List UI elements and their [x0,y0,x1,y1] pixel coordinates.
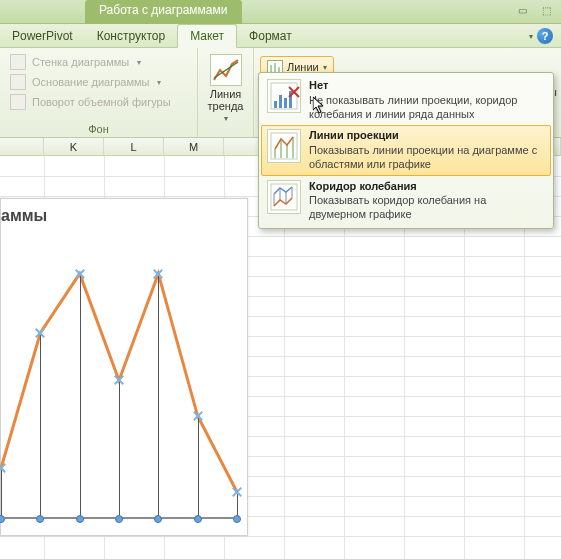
window-controls: ▭ ⬚ [513,3,555,17]
tab-powerpivot[interactable]: PowerPivot [0,25,85,47]
chevron-down-icon: ▾ [323,63,327,72]
dropdown-item-text: Нет Не показывать линии проекции, коридо… [309,79,545,121]
chart-base-button: Основание диаграммы ▾ [6,72,191,92]
axis-marker[interactable] [115,515,123,523]
data-point-marker[interactable] [192,410,204,422]
axis-marker[interactable] [194,515,202,523]
help-icon[interactable]: ? [537,28,553,44]
column-header-l[interactable]: L [104,138,164,155]
mouse-cursor-icon [313,97,325,113]
ribbon-group-background: Стенка диаграммы ▾ Основание диаграммы ▾… [0,48,198,137]
drop-line [1,470,2,519]
dropdown-item-highlow[interactable]: Коридор колебания Показывать коридор кол… [261,176,551,226]
column-header-m[interactable]: M [164,138,224,155]
dropdown-item-text: Линии проекции Показывать линии проекции… [309,129,545,171]
chart-tools-titlebar: Работа с диаграммами ▭ ⬚ [0,0,561,24]
axis-marker[interactable] [233,515,241,523]
data-point-marker[interactable] [113,374,125,386]
data-point-marker[interactable] [0,462,7,474]
tab-designer[interactable]: Конструктор [85,25,177,47]
drop-line [80,276,81,519]
drop-line [198,418,199,519]
data-point-marker[interactable] [74,268,86,280]
dropdown-item-text: Коридор колебания Показывать коридор кол… [309,180,545,222]
trendline-label: Линия тренда [208,88,244,112]
chevron-down-icon: ▾ [224,114,228,123]
restore-icon[interactable]: ⬚ [537,3,555,17]
axis-marker[interactable] [154,515,162,523]
lines-dropdown-menu: Нет Не показывать линии проекции, коридо… [258,72,554,229]
axis-marker[interactable] [76,515,84,523]
column-header[interactable] [0,138,44,155]
ribbon-tabstrip: PowerPivot Конструктор Макет Формат ▾ ? [0,24,561,48]
chart-tools-title: Работа с диаграммами [85,0,242,24]
drop-line [158,276,159,519]
svg-rect-6 [274,101,277,108]
dropdown-item-desc: Показывать коридор колебания на двумерно… [309,194,486,220]
chevron-down-icon: ▾ [137,58,141,67]
tab-format[interactable]: Формат [237,25,304,47]
tab-layout[interactable]: Макет [177,24,237,48]
dropdown-item-desc: Показывать линии проекции на диаграмме с… [309,144,537,170]
chart-wall-button: Стенка диаграммы ▾ [6,52,191,72]
svg-rect-8 [284,98,287,108]
dropdown-item-droplines[interactable]: Линии проекции Показывать линии проекции… [261,125,551,175]
dropdown-item-title: Нет [309,79,545,93]
dropdown-item-desc: Не показывать линии проекции, коридор ко… [309,94,517,120]
data-point-marker[interactable] [34,327,46,339]
column-header-k[interactable]: K [44,138,104,155]
drop-line [119,382,120,519]
dropdown-item-title: Линии проекции [309,129,545,143]
chevron-down-icon: ▾ [157,78,161,87]
help-dropdown-icon[interactable]: ▾ [529,32,533,41]
chart-base-label: Основание диаграммы [32,76,149,88]
dropdown-item-title: Коридор колебания [309,180,545,194]
dropdown-item-none[interactable]: Нет Не показывать линии проекции, коридо… [261,75,551,125]
drop-line [40,335,41,519]
svg-rect-7 [279,95,282,108]
rotate-3d-label: Поворот объемной фигуры [32,96,171,108]
chart-wall-icon [10,54,26,70]
group-label-background: Фон [6,121,191,135]
axis-marker[interactable] [0,515,5,523]
rotate-3d-icon [10,94,26,110]
rotate-3d-button: Поворот объемной фигуры [6,92,191,112]
axis-marker[interactable] [36,515,44,523]
chart-title-fragment[interactable]: аммы [1,207,47,225]
data-point-marker[interactable] [231,486,243,498]
ribbon-group-analysis: Линия тренда ▾ [198,48,254,137]
embedded-chart[interactable]: аммы [0,198,248,536]
chart-base-icon [10,74,26,90]
svg-marker-17 [313,97,323,113]
trendline-icon [210,54,242,86]
highlow-icon [267,180,301,214]
droplines-icon [267,129,301,163]
minimize-ribbon-icon[interactable]: ▭ [513,3,531,17]
chart-wall-label: Стенка диаграммы [32,56,129,68]
none-icon [267,79,301,113]
chart-plot-area[interactable] [1,259,237,519]
trendline-button[interactable]: Линия тренда ▾ [201,52,251,125]
data-point-marker[interactable] [152,268,164,280]
